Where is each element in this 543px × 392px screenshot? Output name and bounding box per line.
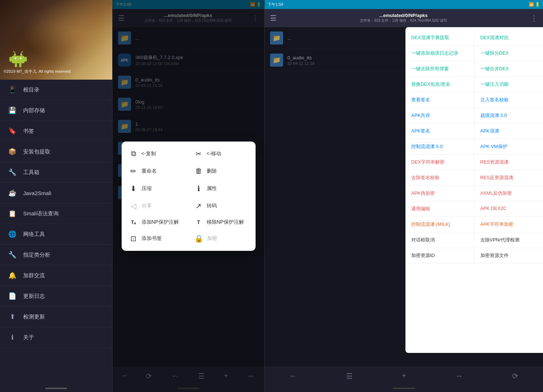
tool-merge-dex[interactable]: 一键合并DEX [475, 61, 543, 76]
nav-item-about[interactable]: ℹ 关于 [0, 327, 112, 348]
tool-axml-reverse[interactable]: AXML反伪加密 [475, 186, 543, 201]
nav-item-checkupdate[interactable]: ⬆ 检测更新 [0, 307, 112, 327]
nav-label-checkupdate: 检测更新 [23, 313, 45, 320]
ctx-convert-label: 转码 [207, 203, 217, 209]
tool-dialog-cancel[interactable]: 对话框取消 [405, 232, 475, 248]
tool-control-flow-50[interactable]: 控制流混淆 5.0 [405, 139, 475, 154]
tool-remove-popups[interactable]: 一键去除所有弹窗 [405, 61, 475, 76]
ctx-remove-np[interactable]: T 移除NP保护注解 [189, 215, 254, 230]
ctx-encrypt[interactable]: 🔒 加密 [189, 230, 254, 247]
status-icons-3: 📶 🔋 [529, 2, 540, 7]
svg-point-8 [20, 58, 22, 59]
copy-icon: ⧉ [129, 149, 138, 158]
nav-item-group[interactable]: 🔔 加群交流 [0, 265, 112, 286]
remove-np-icon: T [194, 219, 203, 225]
analyze-icon: 🔧 [7, 250, 17, 260]
group-icon: 🔔 [7, 270, 17, 281]
ctx-remove-np-label: 移除NP保护注解 [207, 219, 244, 225]
ctx-properties[interactable]: ℹ 属性 [189, 180, 254, 197]
nav-item-network[interactable]: 🌐 网络工具 [0, 224, 112, 245]
nav-item-bookmark[interactable]: 🔖 书签 [0, 121, 112, 142]
svg-rect-2 [12, 56, 25, 63]
ctx-move-label: <-移动 [207, 151, 222, 157]
nav-item-extract[interactable]: 📦 安装包提取 [0, 142, 112, 162]
tool-universal-edit[interactable]: 通用编辑 [405, 201, 475, 216]
tool-dex-str-decrypt[interactable]: DEX字符串解密 [405, 155, 475, 170]
svg-rect-3 [9, 57, 12, 62]
file-manager-panel: 下午2:00 📶 🔋 ☰ ...emulated/0/NP/apks 文件夹：6… [112, 0, 264, 392]
apk-tool-row-11: APK伪加密 AXML反伪加密 [405, 186, 543, 201]
tool-inject-sig[interactable]: 注入签名校验 [475, 92, 543, 108]
ctx-copy[interactable]: ⧉ <-复制 [123, 145, 189, 163]
tool-enc-res-id[interactable]: 加密资源ID [405, 248, 475, 263]
context-menu-overlay[interactable]: ⧉ <-复制 ✂ <-移动 ✏ 重命名 🗑 删除 ⬇ [113, 0, 264, 392]
ctx-compress[interactable]: ⬇ 压缩 [123, 180, 189, 197]
nav-label-internal: 内部存储 [23, 107, 45, 114]
share-icon: ◁ [129, 202, 138, 210]
panel1-header: ©2019 MT_吹牛儿. All rights reserved. [0, 0, 112, 80]
ctx-rename[interactable]: ✏ 重命名 [123, 163, 189, 180]
tool-apk-fake-enc[interactable]: APK伪加密 [405, 186, 475, 201]
svg-rect-4 [25, 57, 27, 62]
apk-tool-row-10: 去除签名校验 RES反资源混淆 [405, 170, 543, 186]
nav-item-changelog[interactable]: 📄 更新日志 [0, 286, 112, 307]
ctx-convert[interactable]: ↗ 转码 [189, 197, 254, 215]
nav-item-smali[interactable]: 📋 Smali语法查询 [0, 203, 112, 224]
nav-label-bookmark: 书签 [23, 128, 34, 135]
svg-rect-6 [19, 63, 21, 67]
tool-apk-coexist[interactable]: APK共存 [405, 108, 475, 123]
tool-res-deobf[interactable]: RES反资源混淆 [475, 170, 543, 185]
nav-item-analyze[interactable]: 🔧 指定类分析 [0, 245, 112, 265]
nav-item-toolbox[interactable]: 🔧 工具箱 [0, 162, 112, 183]
tool-split-dex[interactable]: 一键拆分DEX [475, 46, 543, 61]
tool-apk-vm[interactable]: APK VM保护 [475, 139, 543, 154]
apk-tools-panel: DEX混淆字典提取 DEX混淆对抗 一键添加崩溃日志记录 一键拆分DEX 一键去… [405, 27, 543, 353]
tool-enc-res-file[interactable]: 加密资源文件 [475, 248, 543, 263]
file-toolbar-3: ☰ ...emulated/0/NP/apks 文件夹：619 文件：128 储… [265, 9, 543, 27]
network-icon: 🌐 [7, 229, 17, 239]
checkupdate-icon: ⬆ [7, 312, 17, 322]
tool-add-crash-log[interactable]: 一键添加崩溃日志记录 [405, 46, 475, 61]
nav-item-internal[interactable]: 💾 内部存储 [0, 100, 112, 121]
tool-res-obf[interactable]: RES资源混淆 [475, 155, 543, 170]
tool-remove-vpn[interactable]: 去除VPN/代理检测 [475, 232, 543, 248]
tool-apk-str-enc[interactable]: APK字符串加密 [475, 217, 543, 232]
tool-inject-func[interactable]: 一键注入功能 [475, 77, 543, 92]
tool-remove-sig-check[interactable]: 去除签名校验 [405, 170, 475, 185]
more-menu-3[interactable]: ⋮ [529, 12, 539, 24]
tool-apk-sign[interactable]: APK签名 [405, 123, 475, 139]
nav-label-network: 网络工具 [23, 231, 45, 238]
edit-icon: ✏ [129, 167, 138, 176]
info-icon: ℹ [194, 184, 203, 193]
toolbox-icon: 🔧 [7, 167, 17, 177]
ctx-delete[interactable]: 🗑 删除 [189, 163, 254, 180]
apk-tool-row-6: APK共存 超级混淆 3.0 [405, 108, 543, 123]
tool-replace-pkg[interactable]: 替换DEX包名/类名 [405, 77, 475, 92]
tool-apk-obf[interactable]: APK混淆 [475, 123, 543, 139]
svg-point-0 [14, 54, 16, 56]
nav-label-extract: 安装包提取 [23, 148, 50, 155]
nav-item-root[interactable]: 📱 根目录 [0, 80, 112, 100]
time-3: 下午1:59 [268, 2, 283, 7]
tool-control-flow-milk[interactable]: 控制流混淆 (MILK) [405, 217, 475, 232]
apk-tool-row-1: DEX混淆字典提取 DEX混淆对抗 [405, 30, 543, 46]
ctx-add-np[interactable]: Tₐ 添加NP保护注解 [123, 215, 189, 230]
nav-item-java2smali[interactable]: ☕ Java2Smali [0, 183, 112, 203]
apk-tool-row-4: 替换DEX包名/类名 一键注入功能 [405, 77, 543, 92]
path-meta-3: 文件夹：619 文件：128 储存：424.76G/464.52G 读写 [278, 18, 529, 23]
nav-menu: 📱 根目录 💾 内部存储 🔖 书签 📦 安装包提取 🔧 工具箱 ☕ Java2S… [0, 80, 112, 385]
tool-view-sig[interactable]: 查看签名 [405, 92, 475, 108]
ctx-properties-label: 属性 [207, 185, 217, 192]
ctx-share[interactable]: ◁ 分享 [123, 197, 189, 215]
nav-label-about: 关于 [23, 334, 34, 341]
hamburger-menu-3[interactable]: ☰ [268, 12, 278, 24]
ctx-move[interactable]: ✂ <-移动 [189, 145, 254, 163]
tool-apk-dex2c[interactable]: APK DEX2C [475, 201, 543, 216]
tool-dex-obf-counter[interactable]: DEX混淆对抗 [475, 30, 543, 45]
tool-dex-dict-extract[interactable]: DEX混淆字典提取 [405, 30, 475, 45]
ctx-add-bookmark[interactable]: ⊡ 添加书签 [123, 230, 189, 247]
ctx-rename-label: 重命名 [142, 168, 157, 174]
path-text-3: ...emulated/0/NP/apks [278, 13, 529, 18]
tool-super-obf[interactable]: 超级混淆 3.0 [475, 108, 543, 123]
apk-tool-row-12: 通用编辑 APK DEX2C [405, 201, 543, 217]
